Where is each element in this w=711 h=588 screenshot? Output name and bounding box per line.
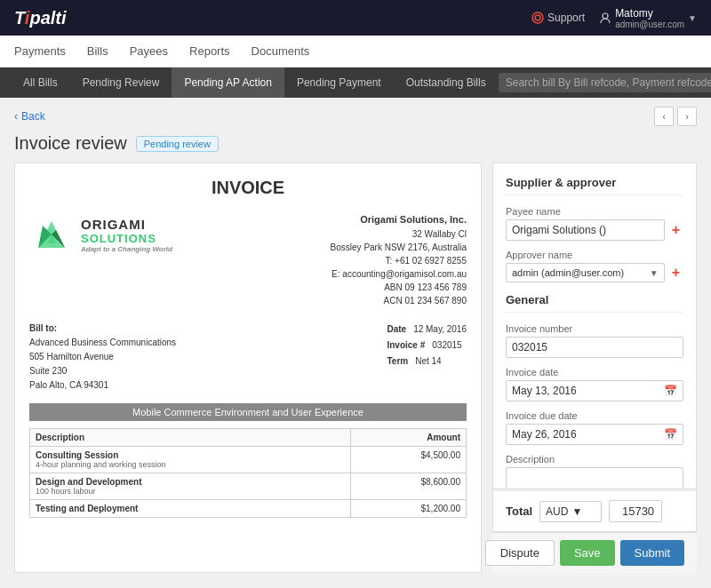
top-header: Tipalti Support Matomy admin@user.com ▼ xyxy=(0,0,711,36)
user-icon xyxy=(599,12,611,24)
invoice-due-label: Invoice due date xyxy=(506,410,683,421)
svg-point-1 xyxy=(535,15,540,20)
approver-input[interactable]: admin (admin@user.com) ▼ xyxy=(506,263,665,282)
currency-select[interactable]: AUD ▼ xyxy=(539,501,602,522)
description-label: Description xyxy=(506,454,683,465)
bill-to-city: Palo Alto, CA 94301 xyxy=(29,378,176,393)
nav-payees[interactable]: Payees xyxy=(130,37,168,65)
invoice-number-value: 032015 xyxy=(512,341,547,354)
supplier-tel: T: +61 02 6927 8255 xyxy=(331,254,467,267)
user-dropdown-icon: ▼ xyxy=(688,13,697,23)
invoice-title: INVOICE xyxy=(29,178,467,198)
supplier-section-title: Supplier & approver xyxy=(506,176,683,195)
currency-value: AUD xyxy=(546,505,568,518)
nav-payments[interactable]: Payments xyxy=(14,37,66,65)
invoice-top: ORIGAMI SOLUTIONS Adapt to a Changing Wo… xyxy=(29,212,467,307)
approver-value: admin (admin@user.com) xyxy=(512,267,624,278)
invoice-num-label: Invoice # xyxy=(387,338,425,354)
term-value: Net 14 xyxy=(415,354,441,369)
total-section: Total AUD ▼ 15730 xyxy=(492,489,697,532)
bill-to: Bill to: Advanced Business Communication… xyxy=(29,322,176,393)
approver-dropdown-icon: ▼ xyxy=(650,268,659,278)
table-header-description: Description xyxy=(30,428,351,446)
supplier-abn: ABN 09 123 456 789 xyxy=(331,281,467,294)
item-name: Design and Development xyxy=(36,477,345,487)
invoice-number-input[interactable]: 032015 xyxy=(506,337,683,358)
back-arrow-icon: ‹ xyxy=(14,110,18,123)
payee-input[interactable]: Origami Solutions () xyxy=(506,219,665,241)
bill-to-suite: Suite 230 xyxy=(29,364,176,378)
tab-pending-review[interactable]: Pending Review xyxy=(70,68,172,98)
status-badge: Pending review xyxy=(136,136,219,152)
calendar-due-icon: 📅 xyxy=(664,428,677,441)
item-name: Consulting Session xyxy=(36,450,345,460)
back-label: Back xyxy=(21,110,45,123)
invoice-due-field: Invoice due date May 26, 2016 📅 xyxy=(506,410,683,445)
payee-input-row: Origami Solutions () + xyxy=(506,219,683,241)
invoice-date-value: May 13, 2016 xyxy=(512,385,577,397)
next-arrow[interactable]: › xyxy=(677,107,697,126)
payee-value: Origami Solutions () xyxy=(512,224,606,236)
main-layout: INVOICE ORIGAMI SOLUTIONS Adapt to a Cha… xyxy=(14,163,697,573)
item-amount: $4,500.00 xyxy=(350,446,466,473)
support-button[interactable]: Support xyxy=(531,12,585,24)
nav-documents[interactable]: Documents xyxy=(252,37,310,65)
invoice-date-input[interactable]: May 13, 2016 📅 xyxy=(506,380,683,401)
nav-bills[interactable]: Bills xyxy=(87,37,108,65)
calendar-icon: 📅 xyxy=(664,385,677,397)
supplier-acn: ACN 01 234 567 890 xyxy=(331,294,467,307)
invoice-due-value: May 26, 2016 xyxy=(512,428,577,441)
total-row: Total AUD ▼ 15730 xyxy=(506,500,683,522)
approver-label: Approver name xyxy=(506,250,683,260)
action-buttons: Dispute Save Submit xyxy=(492,532,697,573)
approver-add-button[interactable]: + xyxy=(668,265,683,281)
table-row: Testing and Deployment $1,200.00 xyxy=(30,499,467,517)
date-value: 12 May, 2016 xyxy=(413,322,467,338)
tab-pending-ap-action[interactable]: Pending AP Action xyxy=(172,68,284,98)
payee-add-button[interactable]: + xyxy=(668,222,683,238)
invoice-due-input[interactable]: May 26, 2016 📅 xyxy=(506,424,683,445)
back-row: ‹ Back ‹ › xyxy=(14,107,697,126)
save-button[interactable]: Save xyxy=(560,540,615,566)
inv-num-row: Invoice # 032015 xyxy=(387,338,467,354)
supplier-name: Origami Solutions, Inc. xyxy=(331,212,467,227)
invoice-number-field: Invoice number 032015 xyxy=(506,323,683,358)
payee-label: Payee name xyxy=(506,206,683,217)
user-email: admin@user.com xyxy=(615,20,684,29)
table-row: Design and Development 100 hours labour … xyxy=(30,473,467,499)
item-desc: 4-hour planning and working session xyxy=(36,460,345,469)
user-menu[interactable]: Matomy admin@user.com ▼ xyxy=(599,7,697,29)
tab-pending-payment[interactable]: Pending Payment xyxy=(284,68,394,98)
description-field: Description xyxy=(506,454,683,489)
bill-to-address: 505 Hamilton Avenue xyxy=(29,350,176,364)
inv-date-row: Date 12 May, 2016 xyxy=(387,322,467,338)
origami-company-text: ORIGAMI SOLUTIONS Adapt to a Changing Wo… xyxy=(81,217,172,253)
submit-button[interactable]: Submit xyxy=(620,540,684,566)
company-name: ORIGAMI xyxy=(81,217,172,232)
support-icon xyxy=(531,12,544,24)
general-section-title: General xyxy=(506,293,683,313)
tab-outstanding-bills[interactable]: Outstanding Bills xyxy=(394,68,499,98)
invoice-table: Description Amount Consulting Session 4-… xyxy=(29,428,467,518)
prev-arrow[interactable]: ‹ xyxy=(654,107,674,126)
tab-all-bills[interactable]: All Bills xyxy=(11,68,70,98)
invoice-date-field: Invoice date May 13, 2016 📅 xyxy=(506,367,683,401)
nav-arrows: ‹ › xyxy=(654,107,697,126)
invoice-number-label: Invoice number xyxy=(506,323,683,334)
invoice-project-title: Mobile Commerce Environment and User Exp… xyxy=(29,403,467,421)
bill-to-title: Bill to: xyxy=(29,322,176,336)
app-logo: Tipalti xyxy=(14,8,67,28)
supplier-address: 32 Wallaby Cl xyxy=(331,227,467,241)
nav-reports[interactable]: Reports xyxy=(189,37,230,65)
back-button[interactable]: ‹ Back xyxy=(14,110,45,123)
date-label: Date xyxy=(387,322,406,338)
right-panel: Supplier & approver Payee name Origami S… xyxy=(492,163,697,573)
dispute-button[interactable]: Dispute xyxy=(485,540,555,566)
svg-point-2 xyxy=(603,13,608,19)
description-input[interactable] xyxy=(506,467,683,489)
item-amount: $1,200.00 xyxy=(350,499,466,517)
approver-input-row: admin (admin@user.com) ▼ + xyxy=(506,263,683,282)
user-info: Matomy admin@user.com xyxy=(615,7,684,29)
nav-bar: Payments Bills Payees Reports Documents xyxy=(0,36,711,68)
search-input[interactable] xyxy=(499,73,711,92)
